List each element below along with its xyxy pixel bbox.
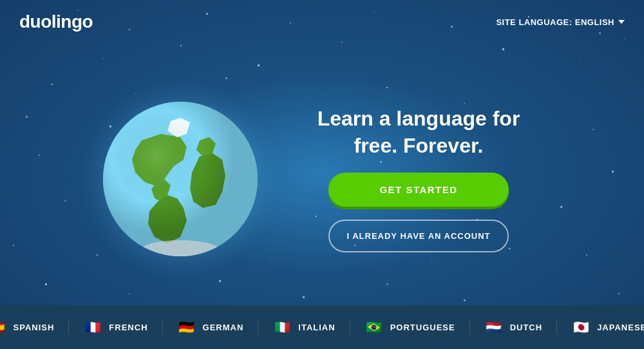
main-content: Learn a language for free. Forever. GET … — [0, 44, 644, 314]
svg-point-2 — [103, 102, 258, 256]
lang-item-es[interactable]: 🇪🇸 SPANISH — [0, 320, 69, 334]
header: duolingo SITE LANGUAGE: ENGLISH — [0, 0, 644, 44]
site-language-label: SITE LANGUAGE: ENGLISH — [496, 17, 614, 27]
lang-item-fr[interactable]: 🇫🇷 FRENCH — [69, 320, 162, 334]
right-content: Learn a language for free. Forever. GET … — [296, 106, 541, 252]
flag-ja: 🇯🇵 — [571, 320, 591, 334]
lang-label-pt: PORTUGUESE — [390, 323, 455, 332]
lang-item-de[interactable]: 🇩🇪 GERMAN — [163, 320, 259, 334]
lang-label-fr: FRENCH — [109, 323, 147, 332]
language-list: 🇪🇸 SPANISH 🇫🇷 FRENCH 🇩🇪 GERMAN 🇮🇹 ITALIA… — [0, 320, 644, 334]
lang-label-es: SPANISH — [14, 323, 55, 332]
flag-nl: 🇳🇱 — [484, 320, 504, 334]
globe-svg — [103, 102, 258, 256]
get-started-button[interactable]: GET STARTED — [328, 173, 509, 207]
flag-fr: 🇫🇷 — [83, 320, 102, 334]
flag-es: 🇪🇸 — [0, 320, 7, 334]
logo: duolingo — [19, 12, 93, 32]
globe — [103, 102, 258, 256]
chevron-down-icon — [618, 20, 625, 24]
lang-item-nl[interactable]: 🇳🇱 DUTCH — [470, 320, 558, 334]
lang-item-ja[interactable]: 🇯🇵 JAPANESE — [557, 320, 644, 334]
lang-item-it[interactable]: 🇮🇹 ITALIAN — [258, 320, 350, 334]
lang-label-ja: JAPANESE — [597, 323, 644, 332]
lang-item-pt[interactable]: 🇧🇷 PORTUGUESE — [350, 320, 470, 334]
globe-container — [103, 102, 258, 256]
tagline: Learn a language for free. Forever. — [296, 106, 541, 159]
language-bar: ‹ 🇪🇸 SPANISH 🇫🇷 FRENCH 🇩🇪 GERMAN 🇮🇹 ITAL… — [0, 305, 644, 349]
have-account-button[interactable]: I ALREADY HAVE AN ACCOUNT — [328, 220, 509, 252]
lang-label-de: GERMAN — [203, 323, 244, 332]
lang-label-it: ITALIAN — [298, 323, 335, 332]
flag-de: 🇩🇪 — [177, 320, 196, 334]
site-language-selector[interactable]: SITE LANGUAGE: ENGLISH — [496, 17, 625, 27]
flag-it: 🇮🇹 — [272, 320, 292, 334]
flag-pt: 🇧🇷 — [365, 320, 384, 334]
lang-label-nl: DUTCH — [510, 323, 543, 332]
